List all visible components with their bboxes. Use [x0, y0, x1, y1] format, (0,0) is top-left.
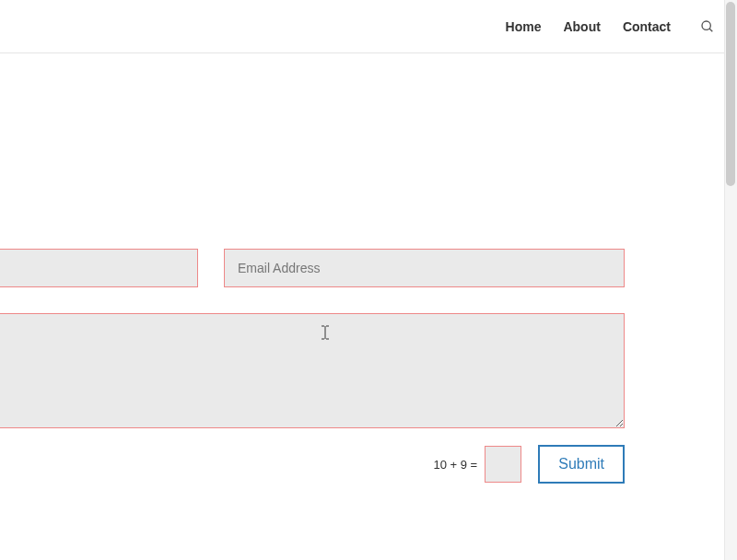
form-bottom-row: 10 + 9 = Submit	[0, 445, 625, 484]
nav-home[interactable]: Home	[506, 19, 542, 34]
nav-about[interactable]: About	[563, 19, 600, 34]
captcha-question: 10 + 9 =	[433, 458, 477, 472]
submit-button[interactable]: Submit	[538, 445, 625, 484]
message-field[interactable]	[0, 313, 625, 428]
name-field[interactable]	[0, 249, 198, 287]
nav-contact[interactable]: Contact	[623, 19, 671, 34]
page-header: Home About Contact	[0, 0, 737, 53]
vertical-scrollbar[interactable]	[724, 0, 737, 560]
form-row-1	[0, 249, 737, 287]
main-nav: Home About Contact	[506, 19, 715, 34]
contact-form: 10 + 9 = Submit	[0, 249, 737, 484]
svg-line-1	[709, 29, 712, 31]
email-field[interactable]	[224, 249, 625, 287]
svg-point-0	[702, 21, 710, 29]
scrollbar-thumb[interactable]	[726, 2, 735, 186]
captcha-field[interactable]	[485, 446, 521, 483]
search-icon[interactable]	[700, 19, 715, 34]
